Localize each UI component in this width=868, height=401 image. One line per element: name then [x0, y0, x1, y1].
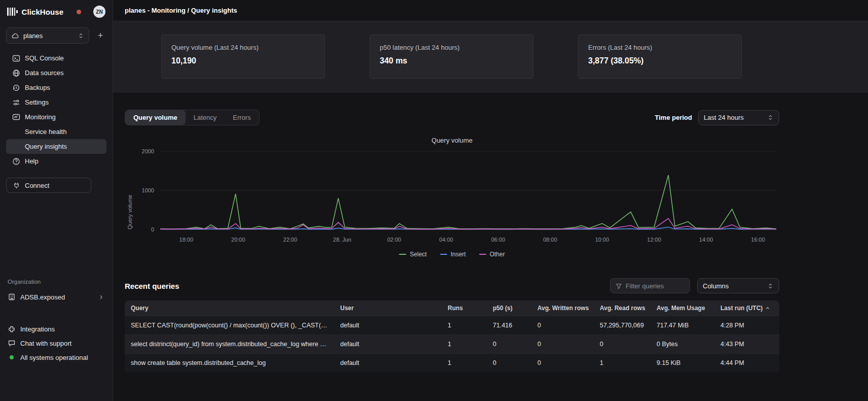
content: Query volume Latency Errors Time period … — [113, 92, 868, 401]
sidebar-item-label: Monitoring — [25, 113, 56, 121]
organization-selector[interactable]: ADSB.exposed — [6, 289, 106, 305]
plug-icon — [12, 181, 20, 189]
column-header-avg-written-rows[interactable]: Avg. Written rows — [531, 300, 594, 316]
sidebar-item-help[interactable]: Help — [6, 154, 106, 169]
svg-text:02:00: 02:00 — [387, 237, 402, 243]
sidebar-header: ClickHouse ZN — [6, 0, 106, 23]
system-status-link[interactable]: All systems operational — [6, 350, 106, 364]
cell-avg-read-rows: 1 — [594, 353, 650, 372]
connect-label: Connect — [25, 182, 49, 189]
cell-p50: 0 — [487, 335, 531, 353]
cell-avg-mem-usage: 717.47 MiB — [650, 316, 714, 335]
sort-ascending-icon — [765, 306, 770, 311]
recent-queries-title: Recent queries — [125, 282, 179, 290]
stat-card-errors: Errors (Last 24 hours) 3,877 (38.05%) — [578, 35, 742, 79]
connect-button[interactable]: Connect — [6, 178, 91, 193]
sidebar-item-label: Backups — [25, 84, 50, 91]
clickhouse-logo-icon — [7, 8, 18, 16]
cell-query: SELECT CAST(round(pow(count() / max(coun… — [125, 316, 334, 335]
cell-user: default — [334, 353, 442, 372]
page-header: planes - Monitoring / Query insights — [113, 0, 868, 21]
column-header-avg-mem-usage[interactable]: Avg. Mem Usage — [650, 300, 714, 316]
cell-p50: 71.416 — [487, 316, 531, 335]
tab-latency[interactable]: Latency — [186, 110, 225, 125]
status-dot — [10, 355, 14, 359]
svg-text:2000: 2000 — [142, 148, 154, 154]
time-period-select[interactable]: Last 24 hours — [698, 110, 779, 125]
cell-avg-read-rows: 0 — [594, 335, 650, 353]
help-icon — [12, 157, 20, 165]
legend-item-insert[interactable]: Insert — [440, 251, 466, 258]
table-row[interactable]: show create table system.distributed_cac… — [125, 353, 779, 372]
organization-name: ADSB.exposed — [20, 293, 65, 301]
filter-queries-input[interactable] — [626, 282, 684, 290]
avatar[interactable]: ZN — [93, 6, 105, 18]
service-selector[interactable]: planes — [6, 27, 89, 44]
columns-select[interactable]: Columns — [697, 278, 779, 293]
svg-text:16:00: 16:00 — [751, 237, 765, 243]
table-row[interactable]: select distrinct(query_id) from system.d… — [125, 335, 779, 353]
sidebar-item-backups[interactable]: Backups — [6, 80, 106, 95]
chat-icon — [8, 339, 16, 347]
cell-avg-mem-usage: 0 Bytes — [650, 335, 714, 353]
legend-item-other[interactable]: Other — [479, 251, 505, 258]
cell-avg-written-rows: 0 — [531, 353, 594, 372]
sidebar-item-service-health[interactable]: Service health — [6, 124, 106, 139]
time-period-value: Last 24 hours — [704, 114, 763, 121]
integrations-icon — [8, 325, 16, 333]
column-header-last-run[interactable]: Last run (UTC) — [714, 300, 779, 316]
cell-last-run: 4:44 PM — [714, 353, 779, 372]
table-row[interactable]: SELECT CAST(round(pow(count() / max(coun… — [125, 316, 779, 335]
tab-errors[interactable]: Errors — [225, 110, 259, 125]
chevron-right-icon — [98, 294, 104, 300]
columns-label: Columns — [703, 282, 763, 290]
terminal-icon — [12, 54, 20, 62]
column-header-query[interactable]: Query — [125, 300, 334, 316]
chat-support-link[interactable]: Chat with support — [6, 336, 106, 350]
column-header-user[interactable]: User — [334, 300, 442, 316]
chevron-up-down-icon — [767, 283, 774, 289]
add-service-button[interactable]: + — [94, 31, 106, 40]
stats-band: Query volume (Last 24 hours) 10,190 p50 … — [113, 21, 868, 92]
sidebar-item-label: Settings — [25, 98, 49, 106]
legend-swatch — [479, 254, 486, 255]
legend-label: Select — [410, 251, 426, 258]
funnel-icon — [616, 283, 622, 289]
sidebar-item-label: SQL Console — [25, 54, 64, 62]
svg-text:0: 0 — [151, 226, 154, 232]
integrations-link[interactable]: Integrations — [6, 322, 106, 336]
svg-text:12:00: 12:00 — [647, 237, 661, 243]
chart-legend: Select Insert Other — [125, 251, 779, 258]
svg-text:22:00: 22:00 — [283, 237, 298, 243]
cell-p50: 0 — [487, 353, 531, 372]
svg-text:04:00: 04:00 — [439, 237, 453, 243]
sidebar-item-settings[interactable]: Settings — [6, 95, 106, 110]
building-icon — [8, 293, 16, 301]
globe-icon — [12, 69, 20, 77]
legend-label: Other — [490, 251, 505, 258]
cell-last-run: 4:28 PM — [714, 316, 779, 335]
svg-text:06:00: 06:00 — [491, 237, 505, 243]
notification-dot[interactable] — [77, 10, 81, 14]
chart-tabs: Query volume Latency Errors — [125, 110, 260, 125]
cell-runs: 1 — [442, 335, 487, 353]
sidebar-item-label: Help — [25, 157, 39, 165]
column-header-runs[interactable]: Runs — [442, 300, 487, 316]
sidebar-item-sql-console[interactable]: SQL Console — [6, 51, 106, 65]
column-header-avg-read-rows[interactable]: Avg. Read rows — [594, 300, 650, 316]
stat-label: Query volume (Last 24 hours) — [171, 44, 315, 51]
history-icon — [12, 84, 20, 92]
service-name: planes — [23, 32, 43, 40]
legend-item-select[interactable]: Select — [399, 251, 426, 258]
svg-text:08:00: 08:00 — [543, 237, 557, 243]
sidebar-item-monitoring[interactable]: Monitoring — [6, 110, 106, 124]
footer-item-label: All systems operational — [20, 354, 88, 361]
cell-avg-written-rows: 0 — [531, 316, 594, 335]
column-header-p50[interactable]: p50 (s) — [487, 300, 531, 316]
sidebar-item-data-sources[interactable]: Data sources — [6, 65, 106, 80]
tab-query-volume[interactable]: Query volume — [125, 110, 186, 125]
sidebar-nav: SQL Console Data sources Backups Setting… — [6, 51, 106, 169]
stat-value: 340 ms — [380, 56, 523, 65]
sidebar-item-query-insights[interactable]: Query insights — [6, 139, 106, 154]
svg-text:20:00: 20:00 — [231, 237, 245, 243]
